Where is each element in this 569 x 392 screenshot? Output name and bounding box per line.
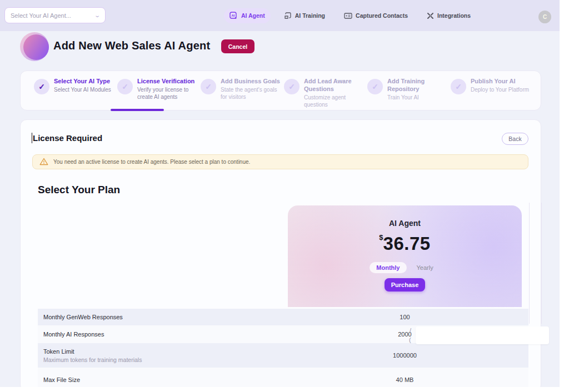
step-title: Add Lead Aware Questions bbox=[304, 78, 364, 93]
cancel-button[interactable]: Cancel bbox=[221, 39, 254, 53]
text-cursor bbox=[32, 133, 32, 143]
warning-text: You need an active license to create AI … bbox=[53, 159, 250, 165]
ai-training-icon bbox=[284, 12, 292, 19]
price-value: 36.75 bbox=[383, 233, 431, 254]
plan-name: AI Agent bbox=[389, 219, 421, 228]
agent-gradient-avatar bbox=[20, 32, 49, 61]
step-title: License Verification bbox=[137, 78, 197, 86]
page-title: Add New Web Sales AI Agent bbox=[53, 39, 210, 52]
step-title: Select Your AI Type bbox=[54, 78, 111, 86]
nav-label: Captured Contacts bbox=[356, 12, 408, 19]
step-title: Add Business Goals bbox=[221, 78, 281, 86]
feature-label: Monthly AI Responses bbox=[43, 331, 282, 338]
step-subtitle: Select Your AI Modules bbox=[54, 86, 111, 93]
plan-card-ai-agent: AI Agent $36.75 Monthly Yearly Purchase bbox=[288, 205, 522, 307]
step-add-lead-aware-questions[interactable]: ✓ Add Lead Aware Questions Customize age… bbox=[284, 78, 364, 110]
step-select-ai-type[interactable]: ✓ Select Your AI Type Select Your AI Mod… bbox=[34, 78, 114, 110]
app-window: Select Your AI Agent... ⌄ AI AI Agent AI… bbox=[0, 0, 569, 392]
nav-label: AI Training bbox=[295, 12, 325, 19]
ai-agent-icon: AI bbox=[229, 12, 238, 20]
active-step-indicator bbox=[111, 109, 164, 111]
billing-toggle: Monthly Yearly bbox=[370, 262, 440, 273]
column-divider bbox=[529, 203, 530, 324]
check-icon: ✓ bbox=[34, 79, 49, 94]
step-title: Add Training Repository bbox=[387, 78, 447, 93]
purchase-button[interactable]: Purchase bbox=[385, 278, 425, 292]
feature-value: 1000000 bbox=[288, 352, 522, 359]
clipped-text-fragment: / bbox=[410, 327, 411, 334]
plan-feature-table: Monthly GenWeb Responses 100 Monthly AI … bbox=[38, 309, 528, 392]
step-add-training-repository[interactable]: ✓ Add Training Repository Train Your AI bbox=[367, 78, 447, 110]
step-publish-your-ai[interactable]: ✓ Publish Your AI Deploy to Your Platfor… bbox=[451, 78, 531, 110]
nav-item-captured-contacts[interactable]: Captured Contacts bbox=[338, 9, 413, 23]
license-warning-banner: You need an active license to create AI … bbox=[32, 154, 528, 169]
feature-label: Max File Size bbox=[43, 376, 282, 383]
plan-price: $36.75 bbox=[379, 233, 430, 254]
agent-select-dropdown[interactable]: Select Your AI Agent... ⌄ bbox=[4, 7, 106, 23]
table-row: Monthly GenWeb Responses 100 bbox=[38, 309, 528, 325]
back-button[interactable]: Back bbox=[502, 133, 528, 145]
step-subtitle: Verify your license to create AI agents bbox=[137, 86, 197, 100]
blank-overlay-box bbox=[416, 326, 549, 344]
nav-item-ai-agent[interactable]: AI AI Agent bbox=[224, 8, 271, 23]
integrations-icon bbox=[427, 12, 434, 19]
step-subtitle: Deploy to Your Platform bbox=[471, 86, 529, 93]
column-divider bbox=[541, 203, 542, 324]
currency-symbol: $ bbox=[379, 233, 383, 242]
step-license-verification[interactable]: ✓ License Verification Verify your licen… bbox=[117, 78, 197, 110]
clipped-text-fragment: ( bbox=[409, 336, 411, 343]
step-subtitle: Customize agent questions bbox=[304, 94, 364, 108]
top-nav: AI AI Agent AI Training Captured Contact… bbox=[224, 7, 476, 24]
feature-value: 100 bbox=[288, 314, 522, 320]
nav-item-ai-training[interactable]: AI Training bbox=[278, 8, 331, 23]
right-margin bbox=[560, 0, 569, 392]
feature-sublabel: Maximum tokens for training materials bbox=[43, 356, 282, 363]
stepper: ✓ Select Your AI Type Select Your AI Mod… bbox=[20, 71, 541, 110]
feature-label: Token Limit bbox=[43, 348, 282, 355]
bottom-margin bbox=[0, 387, 569, 392]
select-plan-heading: Select Your Plan bbox=[38, 184, 120, 196]
nav-label: AI Agent bbox=[241, 12, 265, 19]
agent-select-placeholder: Select Your AI Agent... bbox=[11, 12, 71, 19]
check-icon: ✓ bbox=[451, 79, 466, 94]
contact-card-icon bbox=[344, 12, 352, 19]
check-icon: ✓ bbox=[117, 79, 133, 94]
step-subtitle: Train Your AI bbox=[387, 94, 447, 101]
chevron-down-icon: ⌄ bbox=[94, 12, 101, 18]
nav-label: Integrations bbox=[437, 12, 471, 19]
license-heading: License Required bbox=[33, 133, 102, 143]
nav-item-integrations[interactable]: Integrations bbox=[421, 9, 476, 23]
table-row: Token Limit Maximum tokens for training … bbox=[38, 343, 528, 368]
feature-value: 40 MB bbox=[288, 376, 522, 383]
check-icon: ✓ bbox=[367, 79, 383, 94]
billing-monthly[interactable]: Monthly bbox=[370, 262, 406, 273]
check-icon: ✓ bbox=[284, 79, 300, 94]
agent-gradient-core bbox=[23, 34, 49, 60]
user-avatar[interactable]: C bbox=[538, 11, 551, 23]
warning-triangle-icon bbox=[39, 158, 48, 167]
step-title: Publish Your AI bbox=[471, 78, 529, 86]
svg-text:AI: AI bbox=[232, 14, 235, 17]
step-add-business-goals[interactable]: ✓ Add Business Goals State the agent's g… bbox=[201, 78, 281, 110]
avatar-initial: C bbox=[543, 14, 547, 20]
feature-label: Monthly GenWeb Responses bbox=[43, 314, 282, 320]
billing-yearly[interactable]: Yearly bbox=[410, 262, 440, 273]
check-icon: ✓ bbox=[201, 79, 216, 94]
step-subtitle: State the agent's goals for visitors bbox=[221, 86, 281, 100]
